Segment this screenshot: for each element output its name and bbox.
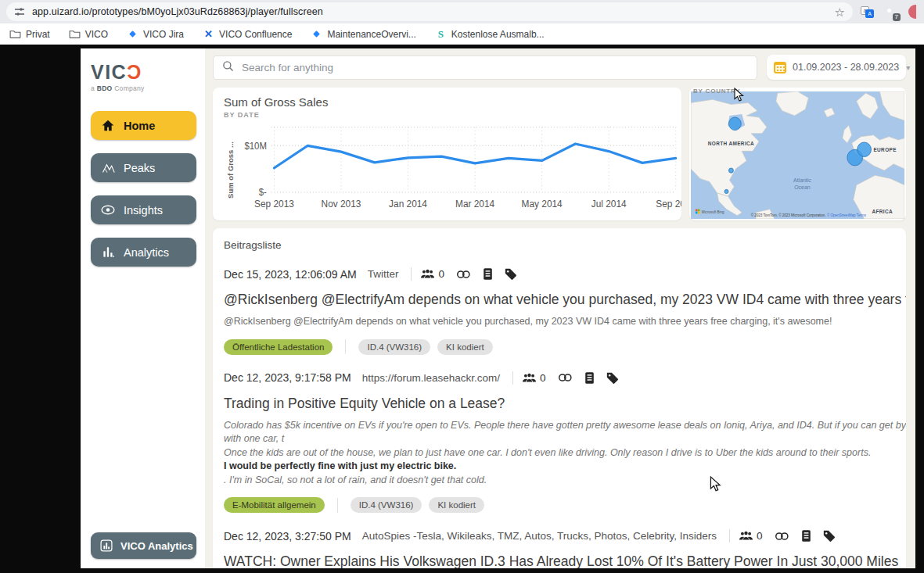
main-content: 01.09.2023 - 28.09.2023 ▾ Sum of Gross S…	[205, 48, 915, 568]
bookmarks-bar: PrivatVICOVICO Jira✕VICO ConfluenceMaint…	[0, 23, 924, 45]
search-input[interactable]	[242, 62, 748, 73]
world-map[interactable]: NORTH AMERICA EUROPE AFRICA Atlantic Oce…	[691, 91, 904, 219]
tag-divider	[345, 339, 346, 354]
sidebar-item-analytics[interactable]: Analytics	[91, 238, 196, 267]
post-title[interactable]: WATCH: Owner Explains His Volkswagen ID.…	[224, 553, 906, 568]
extension-badge: 7	[893, 13, 901, 21]
post-date: Dec 12, 2023, 9:17:58 PM	[224, 371, 351, 384]
posts-card: Beitragsliste Dec 15, 2023, 12:06:09 AMT…	[213, 228, 906, 568]
extension-icon[interactable]: 7	[883, 5, 897, 19]
search-bar	[213, 56, 757, 80]
map-bubble[interactable]	[724, 189, 728, 193]
post-date: Dec 12, 2023, 3:27:50 PM	[224, 530, 351, 543]
book-icon[interactable]	[483, 268, 493, 280]
bookmark-label: Kostenlose Ausmalb...	[451, 29, 545, 40]
tag-pill[interactable]: Öffentliche Ladestation	[224, 339, 333, 355]
post-item: Dec 12, 2023, 3:27:50 PMAutoSpies -Tesla…	[224, 529, 906, 568]
bookmark-item[interactable]: Privat	[9, 29, 50, 40]
post-title[interactable]: @RickIsenberg @ElectrifyAm depends on wh…	[224, 292, 906, 308]
date-range-picker[interactable]: 01.09.2023 - 28.09.2023 ▾	[767, 55, 906, 80]
meta-divider	[729, 529, 730, 543]
tag-pill[interactable]: ID.4 (VW316)	[358, 339, 430, 355]
tag-icon[interactable]	[823, 530, 835, 542]
date-range-text: 01.09.2023 - 28.09.2023	[793, 62, 899, 73]
tag-pill[interactable]: KI kodiert	[429, 497, 484, 513]
chart-title: Sum of Gross Sales	[224, 95, 681, 109]
sidebar-item-label: Peaks	[124, 162, 155, 174]
tag-pill[interactable]: KI kodiert	[437, 339, 493, 355]
book-icon[interactable]	[801, 530, 811, 542]
post-item: Dec 15, 2023, 12:06:09 AMTwitter0@RickIs…	[224, 267, 906, 355]
ocean-label: Ocean	[794, 184, 810, 190]
sidebar-nav: Home Peaks Insights Analytics	[91, 111, 196, 267]
folder-icon	[9, 29, 21, 40]
posts-header: Beitragsliste	[224, 239, 906, 251]
app-window: VICƆ a BDO Company Home Peaks Insights	[81, 48, 915, 568]
site-settings-icon[interactable]	[14, 7, 25, 16]
post-body-line: @RickIsenberg @ElectrifyAm depends on wh…	[224, 315, 906, 329]
bookmark-item[interactable]: VICO Jira	[127, 29, 184, 40]
post-title[interactable]: Trading in Positive Equity Vehicle on a …	[224, 396, 906, 412]
tag-divider	[337, 498, 338, 513]
x-tick-label: Nov 2013	[321, 197, 361, 210]
url-text[interactable]: app.uizard.io/prototypes/bM0yoLjx03uRdz6…	[32, 6, 828, 17]
sidebar-item-insights[interactable]: Insights	[91, 195, 196, 224]
y-tick-label: $10M	[244, 140, 267, 152]
chart-ylabel: Sum of Gross ...	[226, 138, 235, 203]
bookmark-item[interactable]: SKostenlose Ausmalb...	[435, 29, 545, 40]
address-bar[interactable]: app.uizard.io/prototypes/bM0yoLjx03uRdz6…	[6, 2, 853, 21]
x-tick-label: Mar 2014	[455, 197, 494, 210]
map-bubble[interactable]	[728, 117, 741, 131]
post-body-line: Colorado has $5k incentive on EVs if you…	[224, 419, 906, 446]
bookmark-label: VICO	[85, 29, 108, 40]
chevron-down-icon: ▾	[906, 63, 910, 72]
s-icon: S	[435, 29, 447, 40]
sidebar-item-home[interactable]: Home	[91, 111, 196, 140]
bookmark-label: VICO Jira	[143, 29, 184, 40]
bookmark-item[interactable]: ✕VICO Confluence	[203, 29, 292, 40]
tag-icon[interactable]	[606, 372, 618, 384]
followers-icon	[523, 373, 536, 383]
bookmark-item[interactable]: VICO	[69, 29, 108, 40]
vico-logo: VICƆ a BDO Company	[91, 61, 196, 92]
map-bubble[interactable]	[857, 142, 872, 157]
link-icon[interactable]	[456, 270, 471, 279]
sidebar-item-peaks[interactable]: Peaks	[91, 153, 196, 182]
post-source[interactable]: https://forum.leasehackr.com/	[362, 372, 500, 384]
followers-icon	[421, 269, 434, 279]
gross-sales-chart-card: Sum of Gross Sales BY DATE Sum of Gross …	[213, 88, 681, 220]
folder-icon	[69, 29, 81, 40]
link-icon[interactable]	[775, 532, 789, 541]
post-date: Dec 15, 2023, 12:06:09 AM	[224, 268, 357, 281]
vico-analytics-button[interactable]: VICO Analytics	[91, 532, 196, 559]
sidebar-item-label: Home	[124, 120, 155, 132]
tag-pill[interactable]: ID.4 (VW316)	[351, 497, 422, 513]
tag-icon[interactable]	[505, 268, 516, 280]
post-source[interactable]: Twitter	[368, 268, 399, 280]
jira-icon	[127, 29, 138, 40]
profile-avatar[interactable]	[908, 5, 916, 19]
confluence-icon: ✕	[203, 29, 214, 40]
book-icon[interactable]	[584, 372, 595, 384]
sidebar-item-label: Analytics	[124, 246, 169, 259]
post-tags: Öffentliche LadestationID.4 (VW316)KI ko…	[224, 339, 906, 355]
ocean-label: Atlantic	[793, 177, 811, 182]
map-bubble[interactable]	[728, 168, 733, 173]
bookmark-star-icon[interactable]: ☆	[835, 6, 845, 18]
browser-toolbar: app.uizard.io/prototypes/bM0yoLjx03uRdz6…	[0, 0, 924, 23]
post-body-line: Once the kids are out of the house, we p…	[224, 446, 906, 460]
tag-pill[interactable]: E-Mobilität allgemein	[224, 497, 325, 513]
post-source[interactable]: AutoSpies -Tesla, Wikileaks, TMZ, Autos,…	[362, 530, 717, 542]
map-attribution: © 2023 TomTom, © 2023 Microsoft Corporat…	[751, 213, 867, 217]
map-region-label: EUROPE	[873, 147, 897, 152]
post-tags: E-Mobilität allgemeinID.4 (VW316)KI kodi…	[224, 497, 906, 513]
calendar-icon	[774, 62, 786, 73]
bookmark-item[interactable]: MaintenanceOvervi...	[311, 29, 415, 40]
posts-list: Dec 15, 2023, 12:06:09 AMTwitter0@RickIs…	[224, 267, 906, 568]
chart-subtitle: BY DATE	[224, 111, 681, 119]
post-body: Colorado has $5k incentive on EVs if you…	[224, 419, 906, 488]
link-icon[interactable]	[558, 373, 573, 382]
sales-line-chart[interactable]: $10M$-Sep 2013Nov 2013Jan 2014Mar 2014Ma…	[235, 122, 681, 211]
translate-icon[interactable]: a A	[861, 6, 874, 18]
post-body: @RickIsenberg @ElectrifyAm depends on wh…	[224, 315, 906, 329]
